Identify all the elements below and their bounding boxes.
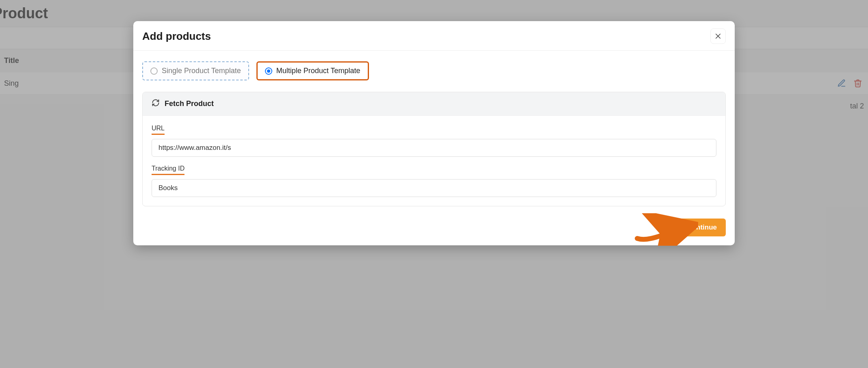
close-button[interactable] (710, 28, 726, 44)
modal-title: Add products (142, 30, 211, 43)
radio-icon (265, 67, 272, 75)
modal-body: Single Product Template Multiple Product… (133, 51, 735, 210)
option-label: Single Product Template (162, 67, 241, 75)
option-label: Multiple Product Template (276, 67, 360, 75)
template-options: Single Product Template Multiple Product… (142, 61, 726, 80)
modal-header: Add products (133, 21, 735, 51)
modal-footer: Continue (133, 210, 735, 245)
panel-body: URL Tracking ID (143, 116, 725, 206)
tracking-label: Tracking ID (152, 165, 184, 175)
fetch-product-panel: Fetch Product URL Tracking ID (142, 92, 726, 206)
modal-overlay: Add products Single Product Template Mul… (0, 0, 868, 368)
tracking-input[interactable] (152, 179, 716, 197)
panel-header: Fetch Product (143, 92, 725, 116)
continue-button[interactable]: Continue (678, 219, 726, 236)
add-products-modal: Add products Single Product Template Mul… (133, 21, 735, 245)
url-field-group: URL (152, 125, 716, 157)
option-single-product[interactable]: Single Product Template (142, 61, 249, 80)
close-icon (714, 32, 722, 40)
panel-heading: Fetch Product (165, 100, 214, 108)
url-label: URL (152, 125, 165, 135)
radio-icon (150, 67, 158, 75)
option-multiple-product[interactable]: Multiple Product Template (256, 61, 369, 80)
tracking-field-group: Tracking ID (152, 165, 716, 197)
refresh-icon (152, 99, 160, 109)
url-input[interactable] (152, 139, 716, 157)
